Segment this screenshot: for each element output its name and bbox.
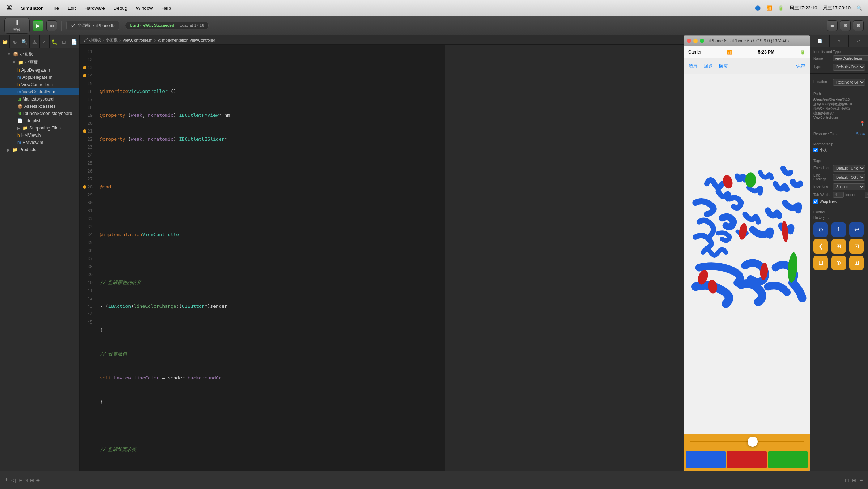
sidebar-file-appdelegate-h[interactable]: h AppDelegate.h xyxy=(0,67,79,74)
breadcrumb-item-4[interactable]: @implementation ViewController xyxy=(157,38,215,42)
layout-icon-1[interactable]: ⊟ xyxy=(18,477,23,483)
history-label: History ... xyxy=(813,216,865,220)
component-btn-5[interactable]: ⊞ xyxy=(831,239,846,254)
breadcrumb-item-3[interactable]: ViewController.m xyxy=(123,38,153,42)
component-btn-3[interactable]: ↩ xyxy=(849,222,864,237)
editor-mode-assistant[interactable]: ⊞ xyxy=(852,477,856,483)
inspector-tab-quick[interactable]: ? xyxy=(830,35,849,47)
sim-drawing-canvas[interactable] xyxy=(684,74,810,434)
sidebar-file-hmview-m[interactable]: m HMView.m xyxy=(0,139,79,146)
target-checkbox[interactable] xyxy=(813,148,818,152)
project-root[interactable]: ▼ 📦 小画板 xyxy=(0,50,79,58)
status-bar-back[interactable]: ◁ xyxy=(11,477,16,484)
breadcrumb-item-1[interactable]: 🖊 小画板 xyxy=(84,37,101,43)
color-blue-button[interactable] xyxy=(686,451,726,468)
menu-debug[interactable]: Debug xyxy=(114,5,127,11)
component-btn-9[interactable]: ⊞ xyxy=(849,256,864,270)
sidebar-tab-search[interactable]: 🔍 xyxy=(20,35,30,48)
sidebar-file-viewcontroller-m[interactable]: m ViewController.m xyxy=(0,88,79,95)
battery-icon: 🔋 xyxy=(778,5,784,11)
component-btn-8[interactable]: ⊕ xyxy=(831,256,846,270)
utilities-toggle[interactable]: ⊟ xyxy=(853,20,864,31)
sidebar-tab-files[interactable]: 📁 xyxy=(0,35,10,48)
editor-mode-version[interactable]: ⊟ xyxy=(859,477,864,483)
run-button[interactable]: ▶ xyxy=(33,20,43,31)
menu-file[interactable]: File xyxy=(51,5,59,11)
layout-icon-4[interactable]: ⊕ xyxy=(36,477,40,483)
indent-label-field: Indent xyxy=(845,193,863,197)
save-button[interactable]: 保存 xyxy=(796,63,805,69)
menu-simulator[interactable]: Simulator xyxy=(21,5,43,11)
tabwidth-input[interactable] xyxy=(833,192,844,198)
component-btn-4[interactable]: ❮ xyxy=(813,239,828,254)
sidebar-group-supporting[interactable]: ▶ 📁 Supporting Files xyxy=(0,124,79,132)
resource-tags-show-btn[interactable]: Show xyxy=(856,132,865,136)
path-reveal-button[interactable]: 📍 xyxy=(860,121,865,126)
sidebar-file-info-plist[interactable]: 📄 Info.plist xyxy=(0,117,79,124)
color-green-button[interactable] xyxy=(768,451,808,468)
inspector-tab-file[interactable]: 📄 xyxy=(810,35,830,47)
editor-toggle[interactable]: ⊞ xyxy=(840,20,851,31)
component-btn-1[interactable]: ⊙ xyxy=(813,222,828,237)
sidebar-tab-tests[interactable]: ✓ xyxy=(40,35,50,48)
ime-indicator[interactable]: 周三17:23:10 xyxy=(790,5,817,11)
sidebar-file-viewcontroller-h[interactable]: h ViewController.h xyxy=(0,81,79,88)
sidebar-tab-debug[interactable]: 🐛 xyxy=(50,35,59,48)
sidebar-file-main-storyboard[interactable]: ⊞ Main.storyboard xyxy=(0,95,79,103)
location-select[interactable]: Relative to Group xyxy=(833,79,865,86)
tabwidths-label: Tab Widths xyxy=(813,193,831,197)
sim-zoom-button[interactable] xyxy=(700,39,704,43)
sidebar-file-launch-storyboard[interactable]: ⊞ LaunchScreen.storyboard xyxy=(0,110,79,117)
component-btn-7[interactable]: ⊡ xyxy=(813,256,828,270)
sidebar-group-app[interactable]: ▼ 📁 小画板 xyxy=(0,58,79,67)
sim-close-button[interactable] xyxy=(687,39,691,43)
line-width-slider-track[interactable] xyxy=(690,441,804,442)
location-row: Location Relative to Group xyxy=(813,78,865,86)
component-btn-2[interactable]: 1 xyxy=(831,222,846,237)
type-label-field: Type xyxy=(813,65,831,69)
scheme-selector[interactable]: 🖊 小画板 › iPhone 6s xyxy=(66,21,119,30)
apple-menu[interactable]: ⌘ xyxy=(6,4,12,12)
menu-edit[interactable]: Edit xyxy=(68,5,76,11)
indent-input[interactable] xyxy=(865,192,868,198)
menu-help[interactable]: Help xyxy=(161,5,171,11)
lineendings-select[interactable]: Default - OS X / Unix (LF... xyxy=(833,174,865,181)
inspector-tab-history[interactable]: ↩ xyxy=(849,35,868,47)
step-button[interactable]: ⏭ xyxy=(46,20,57,31)
color-red-button[interactable] xyxy=(727,451,766,468)
encoding-select[interactable]: Default - Unicode (UT... xyxy=(833,165,865,172)
component-btn-6[interactable]: ⊡ xyxy=(849,239,864,254)
sidebar-file-appdelegate-m[interactable]: m AppDelegate.m xyxy=(0,74,79,81)
sidebar-tab-issues[interactable]: ⚠ xyxy=(30,35,39,48)
name-input[interactable] xyxy=(833,55,868,61)
sidebar-group-products[interactable]: ▶ 📁 Products xyxy=(0,146,79,153)
code-text[interactable]: @interface ViewController () @property (… xyxy=(95,45,445,459)
layout-icon-2[interactable]: ⊡ xyxy=(24,477,29,483)
indenting-select[interactable]: Spaces xyxy=(833,183,865,190)
sim-minimize-button[interactable] xyxy=(693,39,698,43)
sidebar-file-assets[interactable]: 📦 Assets.xcassets xyxy=(0,103,79,110)
pause-stop-button[interactable]: ⏸ 暂停 xyxy=(4,18,30,34)
lineendings-row: Line Endings Default - OS X / Unix (LF..… xyxy=(813,173,865,181)
sidebar-tab-breakpoints[interactable]: ⊡ xyxy=(59,35,69,48)
status-bar-new-file[interactable]: + xyxy=(4,476,8,484)
wraplines-checkbox[interactable] xyxy=(813,199,818,204)
layout-icon-3[interactable]: ⊞ xyxy=(30,477,34,483)
line-width-slider-thumb[interactable] xyxy=(748,437,758,447)
sidebar-tab-symbols[interactable]: ⊕ xyxy=(10,35,20,48)
eraser-button[interactable]: 橡皮 xyxy=(719,63,728,69)
navigator-toggle[interactable]: ☰ xyxy=(827,20,838,31)
sidebar-tab-reports[interactable]: 📄 xyxy=(69,35,79,48)
search-icon[interactable]: 🔍 xyxy=(856,5,862,11)
sidebar-file-hmview-h[interactable]: h HMView.h xyxy=(0,132,79,139)
clear-button[interactable]: 清屏 xyxy=(688,63,698,69)
undo-button[interactable]: 回退 xyxy=(703,63,713,69)
menu-window[interactable]: Window xyxy=(136,5,153,11)
breadcrumb-item-2[interactable]: 小画板 xyxy=(106,37,118,43)
sim-window-title: iPhone 6s - iPhone 6s / iOS 9.0 (13A340) xyxy=(709,38,789,43)
svg-point-0 xyxy=(722,174,734,190)
inspector-text-settings: Tags Encoding Default - Unicode (UT... L… xyxy=(810,156,868,207)
type-select[interactable]: Default - Objective-C... xyxy=(833,64,865,71)
editor-mode-standard[interactable]: ⊡ xyxy=(845,477,849,483)
menu-hardware[interactable]: Hardware xyxy=(84,5,105,11)
